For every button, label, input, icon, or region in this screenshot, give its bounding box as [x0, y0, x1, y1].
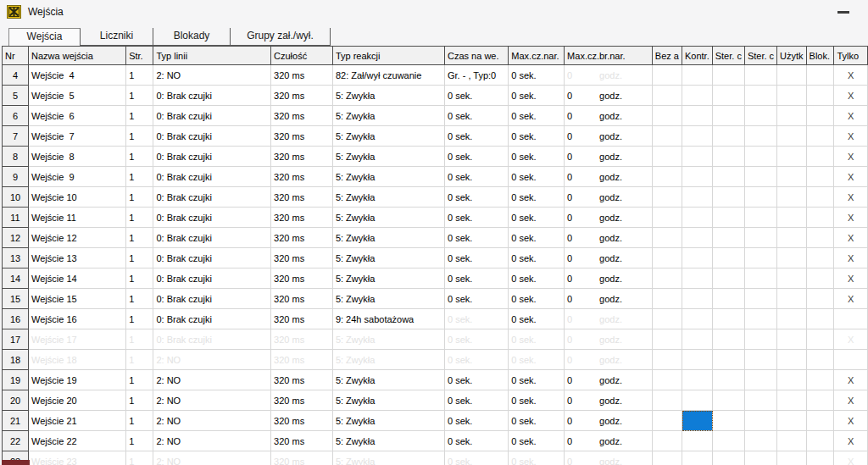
cell-react[interactable]: 5: Zwykła	[333, 289, 445, 309]
cell-maxv[interactable]: 0 sek.	[509, 329, 565, 350]
cell-nr[interactable]: 8	[2, 147, 29, 167]
cell-flag-c6[interactable]	[807, 329, 835, 350]
cell-maxv[interactable]: 0 sek.	[509, 65, 565, 86]
cell-flag-c4[interactable]	[745, 411, 777, 431]
cell-maxnv[interactable]: 0godz.	[565, 451, 653, 465]
cell-sens[interactable]: 320 ms	[271, 390, 333, 411]
cell-flag-c4[interactable]	[745, 187, 777, 208]
cell-entry[interactable]: 0 sek.	[445, 431, 509, 451]
cell-line[interactable]: 2: NO	[153, 350, 271, 370]
cell-flag-c4[interactable]	[745, 248, 777, 268]
cell-sens[interactable]: 320 ms	[271, 126, 333, 147]
tab-grupy-zał-wył-[interactable]: Grupy zał./wył.	[231, 28, 331, 46]
cell-line[interactable]: 0: Brak czujki	[153, 329, 271, 350]
cell-flag-c5[interactable]	[777, 126, 807, 147]
cell-flag-c7[interactable]	[834, 309, 868, 329]
cell-react[interactable]: 82: Zał/wył czuwanie	[333, 65, 445, 86]
cell-flag-c2[interactable]	[682, 65, 713, 86]
cell-entry[interactable]: Gr. - , Typ:0	[445, 65, 509, 86]
cell-flag-c6[interactable]	[807, 208, 835, 228]
cell-line[interactable]: 0: Brak czujki	[153, 126, 271, 147]
cell-flag-c7[interactable]: X	[834, 167, 868, 187]
cell-name[interactable]: Wejście 22	[29, 431, 126, 451]
cell-line[interactable]: 2: NO	[153, 451, 271, 465]
cell-flag-c4[interactable]	[745, 451, 777, 465]
cell-flag-c3[interactable]	[713, 350, 745, 370]
cell-str[interactable]: 1	[126, 167, 153, 187]
cell-str[interactable]: 1	[126, 390, 153, 411]
cell-flag-c7[interactable]: X	[834, 289, 868, 309]
cell-maxnv[interactable]: 0godz.	[565, 208, 653, 228]
cell-flag-c6[interactable]	[807, 187, 835, 208]
cell-flag-c6[interactable]	[807, 65, 835, 86]
cell-flag-c5[interactable]	[777, 411, 807, 431]
cell-flag-c4[interactable]	[745, 208, 777, 228]
cell-flag-c4[interactable]	[745, 167, 777, 187]
cell-flag-c7[interactable]: X	[834, 126, 868, 147]
cell-flag-c7[interactable]: X	[834, 106, 868, 126]
cell-react[interactable]: 5: Zwykła	[333, 350, 445, 370]
cell-flag-c3[interactable]	[713, 65, 745, 86]
cell-flag-c2[interactable]	[682, 431, 713, 451]
cell-flag-c7[interactable]	[834, 350, 868, 370]
cell-maxv[interactable]: 0 sek.	[509, 431, 565, 451]
cell-flag-c1[interactable]	[653, 289, 682, 309]
cell-name[interactable]: Wejście 10	[29, 187, 126, 208]
cell-flag-c7[interactable]: X	[834, 411, 868, 431]
cell-entry[interactable]: 0 sek.	[445, 208, 509, 228]
cell-maxv[interactable]: 0 sek.	[509, 370, 565, 390]
cell-flag-c6[interactable]	[807, 86, 835, 106]
cell-flag-c2[interactable]	[682, 86, 713, 106]
cell-entry[interactable]: 0 sek.	[445, 268, 509, 289]
cell-flag-c1[interactable]	[653, 147, 682, 167]
cell-nr[interactable]: 14	[2, 268, 29, 289]
cell-flag-c3[interactable]	[713, 248, 745, 268]
cell-flag-c6[interactable]	[807, 126, 835, 147]
cell-maxv[interactable]: 0 sek.	[509, 187, 565, 208]
cell-maxv[interactable]: 0 sek.	[509, 208, 565, 228]
cell-sens[interactable]: 320 ms	[271, 208, 333, 228]
cell-flag-c3[interactable]	[713, 106, 745, 126]
cell-flag-c3[interactable]	[713, 268, 745, 289]
selected-cell[interactable]	[682, 411, 713, 431]
cell-flag-c4[interactable]	[745, 390, 777, 411]
cell-flag-c4[interactable]	[745, 289, 777, 309]
cell-nr[interactable]: 19	[2, 370, 29, 390]
cell-flag-c5[interactable]	[777, 65, 807, 86]
cell-line[interactable]: 2: NO	[153, 431, 271, 451]
cell-maxv[interactable]: 0 sek.	[509, 350, 565, 370]
cell-flag-c5[interactable]	[777, 268, 807, 289]
cell-maxv[interactable]: 0 sek.	[509, 228, 565, 248]
cell-flag-c5[interactable]	[777, 228, 807, 248]
cell-flag-c3[interactable]	[713, 289, 745, 309]
cell-flag-c6[interactable]	[807, 248, 835, 268]
cell-flag-c6[interactable]	[807, 167, 835, 187]
cell-maxv[interactable]: 0 sek.	[509, 126, 565, 147]
cell-str[interactable]: 1	[126, 106, 153, 126]
cell-entry[interactable]: 0 sek.	[445, 167, 509, 187]
cell-nr[interactable]: 18	[2, 350, 29, 370]
cell-str[interactable]: 1	[126, 411, 153, 431]
cell-sens[interactable]: 320 ms	[271, 106, 333, 126]
cell-nr[interactable]: 12	[2, 228, 29, 248]
cell-flag-c5[interactable]	[777, 167, 807, 187]
cell-flag-c2[interactable]	[682, 208, 713, 228]
cell-maxnv[interactable]: 0godz.	[565, 329, 653, 350]
cell-flag-c1[interactable]	[653, 65, 682, 86]
cell-sens[interactable]: 320 ms	[271, 228, 333, 248]
cell-str[interactable]: 1	[126, 208, 153, 228]
cell-react[interactable]: 5: Zwykła	[333, 451, 445, 465]
cell-flag-c4[interactable]	[745, 147, 777, 167]
cell-flag-c5[interactable]	[777, 350, 807, 370]
cell-entry[interactable]: 0 sek.	[445, 106, 509, 126]
cell-flag-c7[interactable]: X	[834, 370, 868, 390]
cell-line[interactable]: 0: Brak czujki	[153, 187, 271, 208]
cell-name[interactable]: Wejście 16	[29, 309, 126, 329]
cell-react[interactable]: 5: Zwykła	[333, 208, 445, 228]
cell-maxnv[interactable]: 0godz.	[565, 187, 653, 208]
cell-flag-c4[interactable]	[745, 228, 777, 248]
cell-flag-c5[interactable]	[777, 370, 807, 390]
cell-flag-c6[interactable]	[807, 309, 835, 329]
cell-maxnv[interactable]: 0godz.	[565, 370, 653, 390]
cell-flag-c1[interactable]	[653, 411, 682, 431]
